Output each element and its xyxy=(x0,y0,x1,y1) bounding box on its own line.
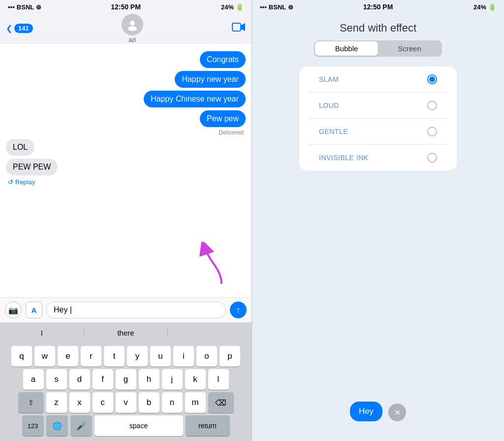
back-button[interactable]: ❮ 141 xyxy=(6,24,33,33)
left-panel: ▪▪▪ BSNL ⊜ 12:50 PM 24% 🔋 ❮ 141 azi xyxy=(0,0,252,441)
key-p[interactable]: p xyxy=(220,346,240,367)
wifi-icon-left: ⊜ xyxy=(36,3,41,11)
svg-rect-2 xyxy=(232,23,241,31)
cancel-effect-button[interactable]: ✕ xyxy=(388,404,406,421)
time-right: 12:50 PM xyxy=(363,3,393,11)
effect-radio-invisible-ink[interactable] xyxy=(427,153,437,163)
battery-icon-right: 🔋 xyxy=(488,3,496,11)
keyboard-row-3: ⇧ z x c v b n m ⌫ xyxy=(2,392,250,413)
key-k[interactable]: k xyxy=(185,369,206,390)
key-w[interactable]: w xyxy=(34,346,55,367)
effect-label-invisible-ink: INVISIBLE INK xyxy=(319,154,369,162)
preview-area: Hey ✕ xyxy=(252,170,504,441)
key-f[interactable]: f xyxy=(93,369,113,390)
carrier-right: BSNL xyxy=(269,3,286,11)
key-j[interactable]: j xyxy=(162,369,183,390)
tab-screen[interactable]: Screen xyxy=(378,41,441,56)
key-o[interactable]: o xyxy=(196,346,217,367)
status-bar-left: ▪▪▪ BSNL ⊜ 12:50 PM 24% 🔋 xyxy=(0,0,252,14)
key-t[interactable]: t xyxy=(104,346,125,367)
key-g[interactable]: g xyxy=(116,369,136,390)
back-badge: 141 xyxy=(14,24,33,33)
key-shift[interactable]: ⇧ xyxy=(18,392,44,413)
effect-radio-loud[interactable] xyxy=(427,101,437,110)
contact-name: azi xyxy=(128,36,136,43)
key-u[interactable]: u xyxy=(150,346,171,367)
video-call-button[interactable] xyxy=(232,22,246,35)
effect-radio-slam[interactable] xyxy=(427,74,437,84)
carrier-signal-right: ▪▪▪ BSNL ⊜ xyxy=(260,3,293,11)
carrier-signal-left: ▪▪▪ BSNL ⊜ xyxy=(8,3,41,11)
effects-list: SLAM LOUD GENTLE INVISIBLE INK xyxy=(299,67,457,170)
effect-label-slam: SLAM xyxy=(319,75,339,83)
avatar xyxy=(122,14,143,35)
key-y[interactable]: y xyxy=(127,346,148,367)
key-v[interactable]: v xyxy=(116,392,136,413)
time-left: 12:50 PM xyxy=(111,3,141,11)
appstore-icon: A xyxy=(32,306,37,314)
key-e[interactable]: e xyxy=(58,346,78,367)
app-store-button[interactable]: A xyxy=(26,302,42,318)
effect-item-loud[interactable]: LOUD xyxy=(309,93,447,119)
key-q[interactable]: q xyxy=(11,346,32,367)
segment-control: Bubble Screen xyxy=(314,40,442,57)
effect-item-invisible-ink[interactable]: INVISIBLE INK xyxy=(309,145,447,170)
key-microphone[interactable]: 🎤 xyxy=(70,415,92,436)
replay-icon: ↺ xyxy=(8,178,13,186)
key-s[interactable]: s xyxy=(46,369,67,390)
key-n[interactable]: n xyxy=(162,392,183,413)
message-bubble-lol: LOL xyxy=(6,139,34,156)
keyboard-row-2: a s d f g h j k l xyxy=(2,369,250,390)
svg-marker-3 xyxy=(241,23,245,31)
key-delete[interactable]: ⌫ xyxy=(208,392,234,413)
tab-bubble[interactable]: Bubble xyxy=(315,41,378,56)
key-x[interactable]: x xyxy=(69,392,90,413)
autocomplete-item-there[interactable]: there xyxy=(84,329,168,337)
key-space[interactable]: space xyxy=(94,415,183,436)
keyboard: q w e r t y u i o p a s d f g h j k l ⇧ … xyxy=(0,343,252,441)
key-h[interactable]: h xyxy=(139,369,159,390)
svg-point-0 xyxy=(130,21,135,26)
message-bubble-chinese-new-year: Happy Chinese new year xyxy=(144,91,246,107)
message-bubble-congrats: Congrats xyxy=(200,51,246,68)
camera-button[interactable]: 📷 xyxy=(5,302,22,318)
message-input[interactable] xyxy=(46,302,226,318)
effect-radio-gentle[interactable] xyxy=(427,127,437,136)
effect-item-slam[interactable]: SLAM xyxy=(309,67,447,93)
autocomplete-item-i[interactable]: I xyxy=(0,329,84,337)
battery-area-right: 24% 🔋 xyxy=(473,3,496,11)
signal-icon-right: ▪▪▪ xyxy=(260,3,267,11)
camera-icon: 📷 xyxy=(8,305,18,315)
key-c[interactable]: c xyxy=(93,392,113,413)
battery-icon-left: 🔋 xyxy=(236,3,244,11)
key-emoji[interactable]: 🌐 xyxy=(46,415,68,436)
key-l[interactable]: l xyxy=(208,369,229,390)
wifi-icon-right: ⊜ xyxy=(288,3,293,11)
effect-label-loud: LOUD xyxy=(319,102,339,109)
svg-point-1 xyxy=(128,26,137,31)
key-a[interactable]: a xyxy=(23,369,44,390)
signal-icon-left: ▪▪▪ xyxy=(8,3,15,11)
right-panel: ▪▪▪ BSNL ⊜ 12:50 PM 24% 🔋 Send with effe… xyxy=(252,0,504,441)
send-button[interactable]: ↑ xyxy=(230,302,247,318)
key-d[interactable]: d xyxy=(69,369,90,390)
replay-button[interactable]: ↺ Replay xyxy=(8,178,35,186)
send-effect-title: Send with effect xyxy=(252,14,504,40)
effect-item-gentle[interactable]: GENTLE xyxy=(309,119,447,145)
message-bubble-pew-pew: Pew pew xyxy=(200,110,246,127)
autocomplete-bar: I there xyxy=(0,322,252,343)
key-m[interactable]: m xyxy=(185,392,206,413)
key-123[interactable]: 123 xyxy=(22,415,44,436)
carrier-left: BSNL xyxy=(17,3,34,11)
contact-info[interactable]: azi xyxy=(122,14,143,43)
message-bubble-pew-pew-received: PEW PEW xyxy=(6,159,58,175)
keyboard-row-1: q w e r t y u i o p xyxy=(2,346,250,367)
key-z[interactable]: z xyxy=(46,392,67,413)
key-return[interactable]: return xyxy=(186,415,230,436)
key-r[interactable]: r xyxy=(81,346,101,367)
key-b[interactable]: b xyxy=(139,392,159,413)
nav-bar-left: ❮ 141 azi xyxy=(0,14,252,43)
message-bubble-happy-new-year: Happy new year xyxy=(175,71,246,88)
battery-area-left: 24% 🔋 xyxy=(221,3,244,11)
key-i[interactable]: i xyxy=(173,346,194,367)
